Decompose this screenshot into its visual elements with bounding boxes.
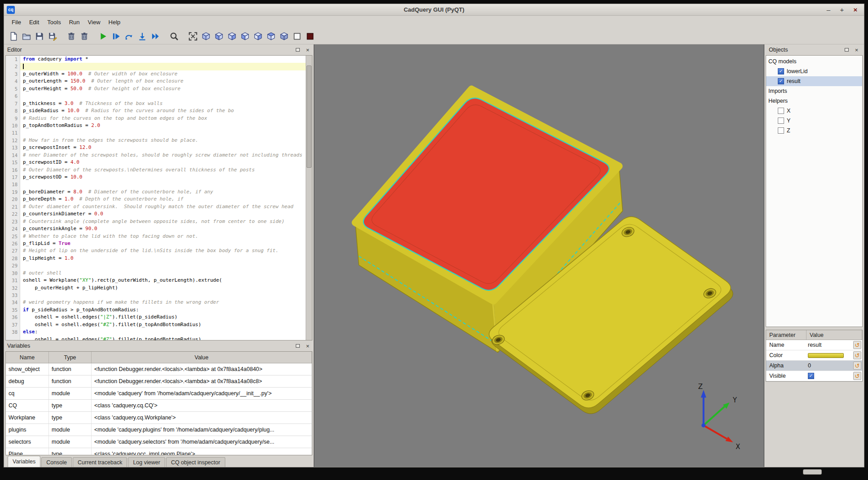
- code-line[interactable]: 30# outer shell: [6, 270, 306, 277]
- code-line[interactable]: 9# Radius for the curves on the top and …: [6, 115, 306, 122]
- code-line[interactable]: 11: [6, 129, 306, 136]
- code-line[interactable]: 18: [6, 181, 306, 188]
- editor-scrollbar[interactable]: [306, 56, 312, 340]
- column-header-value[interactable]: Value: [807, 330, 862, 340]
- code-line[interactable]: 36 oshell = oshell.edges("|Z").fillet(p_…: [6, 314, 306, 321]
- tab-cq-object-inspector[interactable]: CQ object inspector: [166, 457, 225, 467]
- code-line[interactable]: 34# weird geometry happens if we make th…: [6, 299, 306, 306]
- viewport-3d[interactable]: Z Y X: [314, 44, 764, 467]
- objects-item-helpers[interactable]: Helpers: [766, 96, 862, 106]
- code-line[interactable]: 32 p_outerHeight + p_lipHeight): [6, 284, 306, 292]
- code-line[interactable]: 8p_sideRadius = 10.0 # Radius for the cu…: [6, 107, 306, 114]
- view-right-button[interactable]: [251, 30, 264, 43]
- objects-item-result[interactable]: ✓result: [766, 76, 862, 86]
- view-bottom-button[interactable]: [277, 30, 290, 43]
- code-line[interactable]: 27# Height of lip on the underside of th…: [6, 247, 306, 254]
- code-line[interactable]: 17p_screwpostOD = 10.0: [6, 174, 306, 181]
- reset-button[interactable]: ↺: [853, 372, 861, 380]
- zoom-button[interactable]: [167, 30, 180, 43]
- step-into-button[interactable]: [136, 30, 149, 43]
- code-line[interactable]: 5p_outerHeight = 50.0 # Outer height of …: [6, 85, 306, 92]
- code-area[interactable]: 1from cadquery import *23p_outerWidth = …: [6, 56, 306, 340]
- view-iso-button[interactable]: [199, 30, 212, 43]
- menu-help[interactable]: Help: [105, 17, 125, 27]
- param-row-color[interactable]: Color↺: [766, 350, 862, 361]
- code-line[interactable]: 33: [6, 292, 306, 299]
- menu-tools[interactable]: Tools: [43, 17, 65, 27]
- objects-item-z[interactable]: Z: [766, 126, 862, 135]
- code-line[interactable]: 37 oshell = oshell.edges("#Z").fillet(p_…: [6, 321, 306, 328]
- variable-row[interactable]: selectorsmodule<module 'cadquery.selecto…: [6, 436, 312, 448]
- open-script-button[interactable]: [20, 30, 33, 43]
- code-line[interactable]: 16# Outer Diameter of the screwposts.\nD…: [6, 166, 306, 174]
- delete-object-button[interactable]: [78, 30, 91, 43]
- view-top-button[interactable]: [264, 30, 277, 43]
- clear-objects-button[interactable]: [65, 30, 78, 43]
- variable-row[interactable]: Planetype<class 'cadquery.occ_impl.geom.…: [6, 448, 312, 455]
- variable-row[interactable]: CQtype<class 'cadquery.cq.CQ'>: [6, 400, 312, 412]
- tab-log-viewer[interactable]: Log viewer: [128, 457, 165, 467]
- code-line[interactable]: 26p_flipLid = True: [6, 240, 306, 247]
- code-editor[interactable]: 1from cadquery import *23p_outerWidth = …: [5, 55, 312, 340]
- titlebar[interactable]: cq CadQuery GUI (PyQT) – + ×: [4, 4, 864, 16]
- editor-close-button[interactable]: ×: [305, 47, 311, 53]
- code-line[interactable]: 14# nner Diameter of the screwpost holes…: [6, 152, 306, 159]
- editor-float-button[interactable]: [295, 47, 301, 53]
- code-line[interactable]: 22p_countersinkDiameter = 0.0: [6, 210, 306, 218]
- code-line[interactable]: 24p_countersinkAngle = 90.0: [6, 225, 306, 232]
- reset-button[interactable]: ↺: [853, 362, 861, 370]
- checkbox[interactable]: ✓: [778, 78, 784, 84]
- checkbox[interactable]: [778, 108, 784, 114]
- objects-close-button[interactable]: ×: [854, 47, 859, 53]
- param-row-name[interactable]: Nameresult↺: [766, 340, 862, 350]
- code-line[interactable]: 6: [6, 92, 306, 100]
- minimize-button[interactable]: –: [825, 6, 832, 13]
- objects-item-y[interactable]: Y: [766, 116, 862, 126]
- fit-view-button[interactable]: [186, 30, 199, 43]
- code-line[interactable]: 10p_topAndBottomRadius = 2.0: [6, 122, 306, 129]
- code-line[interactable]: 35if p_sideRadius > p_topAndBottomRadius…: [6, 306, 306, 314]
- tab-variables[interactable]: Variables: [8, 456, 40, 467]
- shaded-button[interactable]: [303, 30, 316, 43]
- save-as-button[interactable]: [46, 30, 59, 43]
- reset-button[interactable]: ↺: [853, 341, 861, 349]
- code-line[interactable]: oshell = oshell.edges("#Z").fillet(p_top…: [6, 336, 306, 340]
- save-script-button[interactable]: [33, 30, 46, 43]
- maximize-button[interactable]: +: [839, 6, 845, 13]
- new-script-button[interactable]: [7, 30, 20, 43]
- code-line[interactable]: 23# Countersink angle (complete angle be…: [6, 218, 306, 225]
- code-line[interactable]: 15p_screwpostID = 4.0: [6, 159, 306, 166]
- objects-item-x[interactable]: X: [766, 106, 862, 116]
- continue-button[interactable]: [149, 30, 162, 43]
- tab-console[interactable]: Console: [41, 457, 72, 467]
- code-line[interactable]: 4p_outerLength = 150.0 # Outer length of…: [6, 78, 306, 85]
- render-button[interactable]: [96, 30, 110, 43]
- code-line[interactable]: 28p_lipHeight = 1.0: [6, 255, 306, 262]
- checkbox[interactable]: [778, 118, 784, 124]
- checkbox[interactable]: ✓: [808, 373, 814, 379]
- code-line[interactable]: 13p_screwpostInset = 12.0: [6, 144, 306, 151]
- reset-button[interactable]: ↺: [853, 351, 861, 359]
- code-line[interactable]: 38else:: [6, 328, 306, 336]
- param-row-visible[interactable]: Visible✓↺: [766, 371, 862, 381]
- code-line[interactable]: 29: [6, 262, 306, 269]
- column-header-parameter[interactable]: Parameter: [766, 330, 807, 340]
- menu-edit[interactable]: Edit: [25, 17, 43, 27]
- view-back-button[interactable]: [225, 30, 238, 43]
- color-swatch[interactable]: [808, 353, 844, 358]
- menu-view[interactable]: View: [84, 17, 105, 27]
- step-over-button[interactable]: [123, 30, 136, 43]
- column-header-type[interactable]: Type: [49, 352, 92, 363]
- objects-float-button[interactable]: [844, 47, 850, 53]
- code-line[interactable]: 7p_thickness = 3.0 # Thickness of the bo…: [6, 100, 306, 107]
- close-button[interactable]: ×: [852, 6, 859, 13]
- variable-row[interactable]: cqmodule<module 'cadquery' from '/home/a…: [6, 388, 312, 400]
- code-line[interactable]: 2: [6, 63, 306, 70]
- wireframe-button[interactable]: [290, 30, 303, 43]
- param-row-alpha[interactable]: Alpha0↺: [766, 361, 862, 371]
- view-front-button[interactable]: [212, 30, 225, 43]
- menu-file[interactable]: File: [8, 17, 25, 27]
- variable-row[interactable]: show_objectfunction<function Debugger.re…: [6, 363, 312, 375]
- variable-row[interactable]: pluginsmodule<module 'cadquery.plugins' …: [6, 424, 312, 436]
- objects-item-lowerlid[interactable]: ✓lowerLid: [766, 66, 862, 76]
